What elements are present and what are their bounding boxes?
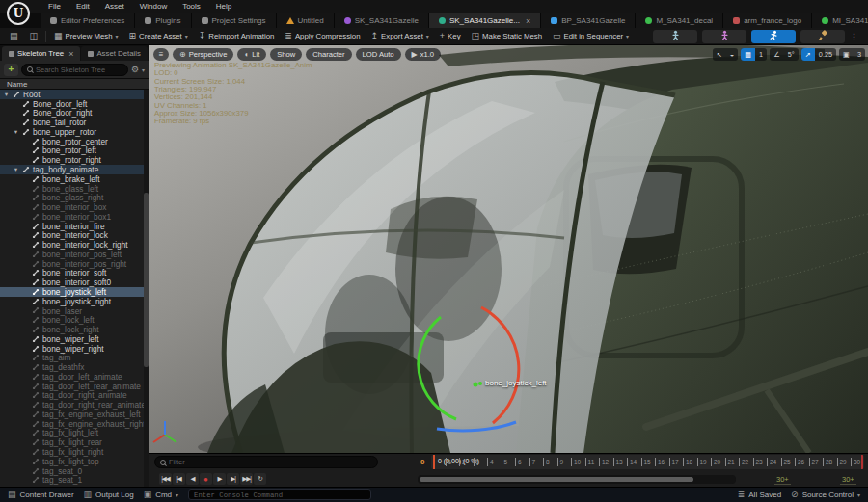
make-static-mesh-button[interactable]: ◳Make Static Mesh	[467, 30, 547, 42]
camera-speed-icon[interactable]: ▣	[839, 48, 854, 61]
tab-plugins[interactable]: Plugins	[135, 13, 191, 28]
viewport-lod-auto-button[interactable]: LOD Auto	[356, 48, 401, 61]
tree-row-bone-interior-lock[interactable]: bone_interior_lock	[0, 230, 149, 240]
menu-window[interactable]: Window	[132, 2, 175, 11]
expander-icon[interactable]: ▼	[13, 167, 19, 172]
loop-button[interactable]: ↻	[254, 473, 266, 485]
tab-untitled[interactable]: Untitled	[277, 13, 335, 28]
range-max-value[interactable]: 30+	[840, 475, 856, 485]
timeline-scrollbar-thumb[interactable]	[420, 477, 693, 482]
viewport-x1-0-button[interactable]: ▶x1.0	[405, 48, 442, 61]
tab-mi-sa341-decal1[interactable]: MI_SA341_decal1	[812, 13, 868, 28]
scale-snap-icon[interactable]: ↗	[801, 48, 815, 61]
viewport-character-button[interactable]: Character	[306, 48, 351, 61]
tree-row-bone-joystick-right[interactable]: bone_joystick_right	[0, 297, 149, 306]
expander-icon[interactable]: ▼	[13, 129, 19, 135]
preview-mesh-button[interactable]: ▦Preview Mesh▾	[49, 30, 123, 42]
tree-scrollbar-thumb[interactable]	[144, 193, 149, 367]
apply-compression-button[interactable]: ≣Apply Compression	[280, 30, 365, 42]
export-asset-button[interactable]: ↥Export Asset▾	[366, 30, 433, 42]
tree-row-bone-door-left[interactable]: Bone_door_left	[0, 99, 149, 109]
output-log-button[interactable]: ▥ Output Log	[84, 490, 134, 499]
tree-row-tag-fx-engine-exhaust-right[interactable]: tag_fx_engine_exhaust_right	[0, 419, 149, 429]
tree-row-bone-glass-left[interactable]: bone_glass_left	[0, 184, 149, 194]
tree-row-tag-door-left-rear-animate[interactable]: tag_door_left_rear_animate	[0, 382, 149, 391]
tree-row-tag-fx-engine-exhaust-left[interactable]: tag_fx_engine_exhaust_left	[0, 410, 149, 419]
search-input[interactable]	[36, 66, 122, 74]
edit-in-sequencer-button[interactable]: ▭Edit in Sequencer▾	[548, 30, 634, 42]
tab-asset-details[interactable]: Asset Details	[81, 46, 148, 61]
tree-row-tag-deathfx[interactable]: tag_deathfx	[0, 362, 149, 372]
reimport-animation-button[interactable]: ↧Reimport Animation	[194, 30, 280, 42]
tree-row-tag-door-right-animate[interactable]: tag_door_right_animate	[0, 391, 149, 401]
tree-row-bone-upper-rotor[interactable]: ▼bone_upper_rotor	[0, 127, 149, 137]
unreal-engine-logo[interactable]: U	[7, 2, 30, 25]
tree-row-bone-wiper-right[interactable]: bone_wiper_right	[0, 344, 149, 354]
viewport-show-button[interactable]: Show	[270, 48, 302, 61]
scale-snap-value[interactable]: 0.25	[815, 48, 836, 61]
tab-arm-france-logo[interactable]: arm_france_logo	[723, 13, 812, 28]
paint-mode-button[interactable]	[800, 30, 845, 43]
viewport-perspective-button[interactable]: ⊕Perspective	[173, 48, 233, 61]
rotation-snap-icon[interactable]: ∠	[770, 48, 784, 61]
menu-edit[interactable]: Edit	[68, 2, 97, 11]
expander-icon[interactable]: ▼	[3, 92, 10, 97]
tree-row-tag-aim[interactable]: tag_aim	[0, 353, 149, 362]
cmd-dropdown[interactable]: ▣ Cmd ▾	[144, 490, 178, 499]
create-asset-button[interactable]: ⊞Create Asset▾	[124, 30, 193, 42]
rotation-snap-value[interactable]: 5°	[784, 48, 799, 61]
search-box[interactable]	[21, 64, 128, 76]
tree-row-bone-rotor-left[interactable]: bone_rotor_left	[0, 146, 149, 156]
overflow-menu-icon[interactable]: ⋮	[850, 32, 858, 41]
tree-row-tag-seat-1[interactable]: tag_seat_1	[0, 475, 149, 485]
tree-row-bone-interior-box1[interactable]: bone_interior_box1	[0, 212, 149, 222]
key-button[interactable]: +Key	[435, 30, 466, 42]
tree-row-bone-interior-soft[interactable]: bone_interior_soft	[0, 269, 149, 278]
tab-m-sa341-decal[interactable]: M_SA341_decal	[636, 13, 723, 28]
add-socket-button[interactable]: +	[4, 64, 18, 76]
tree-row-bone-interior-box[interactable]: bone_interior_box	[0, 202, 149, 212]
close-icon[interactable]: ×	[68, 49, 73, 59]
tree-row-bone-interior-soft0[interactable]: bone_interior_soft0	[0, 277, 149, 287]
play-reverse-button[interactable]: ◀	[186, 473, 199, 485]
tree-row-tag-door-left-animate[interactable]: tag_door_left_animate	[0, 372, 149, 382]
viewport[interactable]: ≡ ⊕Perspective◐LitShowCharacterLOD Auto▶…	[149, 45, 868, 453]
console-command-box[interactable]	[188, 489, 371, 500]
grid-snap-value[interactable]: 1	[755, 48, 767, 61]
source-control-button[interactable]: ⊘ Source Control ▾	[791, 490, 860, 499]
surface-snap-icon[interactable]: ◒	[726, 48, 738, 61]
tree-row-bone-interior-lock-right[interactable]: bone_interior_lock_right	[0, 240, 149, 250]
tree-scrollbar[interactable]	[144, 90, 149, 487]
tree-row-bone-wiper-left[interactable]: bone_wiper_left	[0, 334, 149, 344]
timeline-scrollbar[interactable]	[418, 475, 736, 484]
viewport-lit-button[interactable]: ◐Lit	[237, 48, 266, 61]
mesh-mode-button[interactable]	[702, 30, 746, 43]
save-button[interactable]: ▤	[5, 30, 23, 42]
content-drawer-button[interactable]: ▤ Content Drawer	[8, 490, 74, 499]
console-command-input[interactable]	[194, 491, 366, 499]
tree-row-bone-tail-rotor[interactable]: bone_tail_rotor	[0, 118, 149, 127]
tree-row-bone-door-right[interactable]: Bone_door_right	[0, 109, 149, 119]
play-forward-button[interactable]: ▶	[213, 473, 226, 485]
tree-row-tag-fx-light-rear[interactable]: tag_fx_light_rear	[0, 437, 149, 447]
range-end-marker[interactable]	[861, 455, 863, 469]
browse-to-asset-button[interactable]: ◫	[25, 30, 43, 42]
skeleton-mode-button[interactable]	[653, 30, 697, 43]
current-frame-value[interactable]: 0	[420, 458, 424, 466]
tree-row-bone-lock-right[interactable]: bone_lock_right	[0, 325, 149, 334]
menu-help[interactable]: Help	[208, 2, 239, 11]
go-to-end-button[interactable]: ▶▶|	[240, 473, 253, 485]
step-forward-button[interactable]: ▶|	[227, 473, 239, 485]
tab-bp-sa341gazelle[interactable]: BP_SA341Gazelle	[541, 13, 636, 28]
range-end-value[interactable]: 30+	[774, 475, 791, 485]
timeline-filter-input[interactable]	[169, 458, 372, 466]
viewport-menu-icon[interactable]: ≡	[153, 48, 169, 61]
tab-skeleton-tree[interactable]: Skeleton Tree×	[2, 46, 80, 61]
tree-row-bone-interior-pos-left[interactable]: bone_interior_pos_left	[0, 250, 149, 259]
menu-file[interactable]: File	[41, 2, 68, 11]
menu-asset[interactable]: Asset	[97, 2, 132, 11]
tree-row-tag-seat-0[interactable]: tag_seat_0	[0, 466, 149, 476]
tree-row-bone-interior-fire[interactable]: bone_interior_fire	[0, 222, 149, 231]
tab-sk-sa341gazelle[interactable]: SK_SA341Gazelle	[335, 13, 429, 28]
tab-project-settings[interactable]: Project Settings	[192, 13, 277, 28]
